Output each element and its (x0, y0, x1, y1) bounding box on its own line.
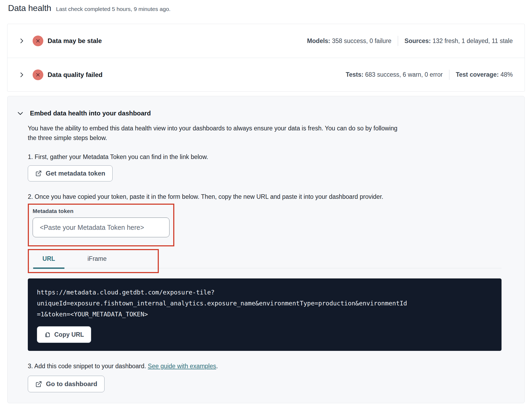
sources-stat-label: Sources: (404, 37, 431, 44)
external-link-icon (35, 381, 42, 388)
stats-divider (398, 36, 398, 46)
active-tab-underline (33, 267, 64, 269)
tests-stat-label: Tests: (346, 71, 363, 78)
see-guide-link[interactable]: See guide with examples (148, 363, 216, 370)
go-to-dashboard-button[interactable]: Go to dashboard (28, 376, 105, 392)
get-metadata-token-label: Get metadata token (46, 170, 105, 177)
status-row-title: Data quality failed (48, 71, 102, 79)
embed-panel-header[interactable]: Embed data health into your dashboard (17, 110, 525, 117)
sources-stat: Sources: 132 fresh, 1 delayed, 11 stale (404, 37, 513, 45)
tab-iframe[interactable]: iFrame (81, 249, 113, 268)
embed-output-tabs: URL iFrame (28, 249, 502, 273)
copy-icon (44, 331, 51, 338)
test-coverage-stat-label: Test coverage: (456, 71, 499, 78)
metadata-token-label: Metadata token (33, 208, 168, 214)
status-row-stats: Models: 358 success, 0 failure Sources: … (307, 36, 513, 46)
test-coverage-stat: Test coverage: 48% (456, 71, 513, 78)
chevron-right-icon[interactable] (18, 71, 25, 78)
stats-divider (449, 70, 449, 80)
sources-stat-value: 132 fresh, 1 delayed, 11 stale (433, 37, 513, 44)
tests-stat-value: 683 success, 6 warn, 0 error (365, 71, 443, 78)
embed-url-line: =1&token=<YOUR_METADATA_TOKEN> (37, 309, 492, 320)
go-to-dashboard-label: Go to dashboard (46, 380, 97, 388)
step3-text: 3. Add this code snippet to your dashboa… (28, 363, 525, 370)
step3-text-before-link: 3. Add this code snippet to your dashboa… (28, 363, 148, 370)
data-health-page: Data health Last check completed 5 hours… (0, 0, 532, 409)
embed-url-code-block: https://metadata.cloud.getdbt.com/exposu… (28, 278, 502, 351)
step2-text: 2. Once you have copied your token, past… (28, 193, 525, 200)
copy-url-label: Copy URL (54, 331, 84, 338)
step3-text-after-link: . (216, 363, 218, 370)
chevron-down-icon[interactable] (17, 110, 24, 117)
test-coverage-stat-value: 48% (500, 71, 513, 78)
chevron-right-icon[interactable] (18, 37, 25, 44)
tab-iframe-label: iFrame (87, 255, 107, 262)
get-metadata-token-button[interactable]: Get metadata token (28, 165, 113, 181)
models-stat: Models: 358 success, 0 failure (307, 37, 391, 45)
status-row-data-quality[interactable]: Data quality failed Tests: 683 success, … (7, 58, 525, 91)
step1-text: 1. First, gather your Metadata Token you… (28, 153, 525, 161)
models-stat-label: Models: (307, 37, 330, 44)
last-check-status: Last check completed 5 hours, 9 minutes … (56, 6, 170, 12)
status-row-title: Data may be stale (48, 37, 102, 45)
tab-url[interactable]: URL (33, 249, 64, 268)
copy-url-button[interactable]: Copy URL (37, 326, 91, 343)
embed-panel: Embed data health into your dashboard Yo… (7, 96, 525, 403)
tests-stat: Tests: 683 success, 6 warn, 0 error (346, 71, 443, 78)
status-row-stats: Tests: 683 success, 6 warn, 0 error Test… (346, 70, 513, 80)
embed-url-line: uniqueId=exposure.fishtown_internal_anal… (37, 298, 492, 309)
embed-panel-title: Embed data health into your dashboard (30, 110, 151, 117)
embed-url-line: https://metadata.cloud.getdbt.com/exposu… (37, 287, 492, 298)
models-stat-value: 358 success, 0 failure (332, 37, 391, 44)
status-card: Data may be stale Models: 358 success, 0… (7, 24, 525, 92)
external-link-icon (35, 170, 42, 177)
tab-url-label: URL (43, 255, 55, 262)
embed-description: You have the ability to embed this data … (28, 123, 407, 143)
x-circle-icon (33, 36, 43, 46)
metadata-token-input[interactable] (33, 218, 169, 237)
annotation-box-token-form: Metadata token (28, 204, 174, 246)
x-circle-icon (33, 69, 43, 80)
page-title: Data health (8, 3, 51, 13)
page-header: Data health Last check completed 5 hours… (8, 3, 525, 13)
status-row-data-stale[interactable]: Data may be stale Models: 358 success, 0… (7, 24, 525, 58)
